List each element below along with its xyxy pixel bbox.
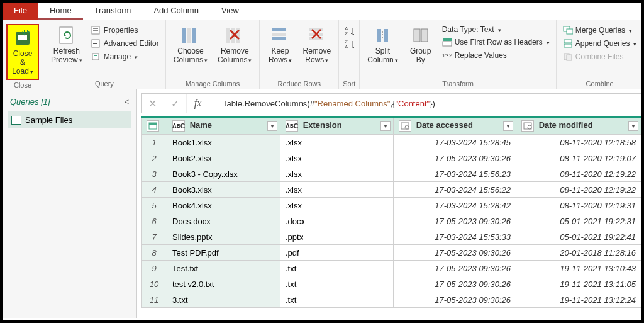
cell-modified[interactable]: 19-11-2021 13:12:24 [516,292,641,308]
choose-columns-button[interactable]: Choose Columns [170,24,211,66]
sort-asc-button[interactable]: AZ [343,25,355,38]
cell-name[interactable]: Book3 - Copy.xlsx [167,166,280,182]
cell-accessed[interactable]: 17-05-2023 09:30:26 [394,213,516,229]
filter-icon[interactable]: ▾ [503,121,513,131]
tab-view[interactable]: View [210,3,250,20]
table-row[interactable]: 9Test.txt.txt17-05-2023 09:30:2619-11-20… [142,261,641,276]
cell-extension[interactable]: .txt [280,261,394,276]
table-row[interactable]: 1Book1.xlsx.xlsx17-03-2024 15:28:4508-11… [142,135,641,150]
cell-modified[interactable]: 08-11-2020 12:19:22 [516,166,641,182]
cell-name[interactable]: 3.txt [167,292,280,308]
table-row[interactable]: 7Slides.pptx.pptx17-03-2024 15:53:3305-0… [142,229,641,245]
table-row[interactable]: 8Test PDF.pdf.pdf17-05-2023 09:30:2620-0… [142,245,641,261]
cell-modified[interactable]: 08-11-2020 12:19:22 [516,182,641,198]
formula-confirm-button[interactable]: ✓ [164,94,187,113]
cell-extension[interactable]: .txt [280,276,394,292]
table-row[interactable]: 4Book3.xlsx.xlsx17-03-2024 15:56:2208-11… [142,182,641,198]
column-header-extension[interactable]: ABC Extension ▾ [280,117,394,135]
formula-cancel-button[interactable]: ✕ [142,94,164,113]
cell-extension[interactable]: .xlsx [280,182,394,198]
cell-modified[interactable]: 20-01-2018 11:28:16 [516,245,641,261]
cell-name[interactable]: Slides.pptx [167,229,280,245]
cell-name[interactable]: Test PDF.pdf [167,245,280,261]
cell-accessed[interactable]: 17-05-2023 09:30:26 [394,276,516,292]
tab-file[interactable]: File [3,3,38,20]
keep-rows-button[interactable]: Keep Rows [264,24,296,66]
properties-button[interactable]: Properties [89,24,162,37]
merge-queries-button[interactable]: Merge Queries [560,24,640,37]
sort-asc-icon: AZ [344,26,354,37]
table-row[interactable]: 3Book3 - Copy.xlsx.xlsx17-03-2024 15:56:… [142,166,641,182]
svg-rect-17 [272,28,286,31]
filter-icon[interactable]: ▾ [267,121,277,131]
column-header-name[interactable]: ABC Name ▾ [167,117,280,135]
cell-accessed[interactable]: 17-03-2024 15:53:33 [394,229,516,245]
table-corner[interactable] [142,117,167,135]
cell-accessed[interactable]: 17-03-2024 15:28:45 [394,135,516,150]
cell-name[interactable]: Book2.xlsx [167,150,280,166]
cell-extension[interactable]: .xlsx [280,150,394,166]
cell-extension[interactable]: .xlsx [280,135,394,150]
table-row[interactable]: 113.txt.txt17-05-2023 09:30:2619-11-2021… [142,292,641,308]
cell-extension[interactable]: .pptx [280,229,394,245]
table-row[interactable]: 10test v2.0.txt.txt17-05-2023 09:30:2619… [142,276,641,292]
cell-name[interactable]: Test.txt [167,261,280,276]
cell-accessed[interactable]: 17-05-2023 09:30:26 [394,261,516,276]
cell-name[interactable]: test v2.0.txt [167,276,280,292]
filter-icon[interactable]: ▾ [380,121,391,131]
first-row-headers-button[interactable]: Use First Row as Headers [440,36,552,48]
manage-button[interactable]: Manage [89,50,162,63]
cell-modified[interactable]: 08-11-2020 12:19:31 [516,198,641,213]
close-and-load-button[interactable]: Close & Load [6,24,39,80]
collapse-icon[interactable]: < [124,97,129,106]
ribbon: Close & Load Close Refresh Preview Prope… [3,20,641,89]
cell-modified[interactable]: 19-11-2021 13:11:05 [516,276,641,292]
fx-icon[interactable]: fx [187,94,209,113]
cell-extension[interactable]: .xlsx [280,198,394,213]
content-area: ✕ ✓ fx = Table.RemoveColumns(#"Renamed C… [137,89,641,318]
formula-input[interactable]: = Table.RemoveColumns(#"Renamed Columns"… [209,99,441,108]
sort-desc-button[interactable]: ZA [343,38,355,51]
remove-rows-button[interactable]: Remove Rows [299,24,335,66]
cell-accessed[interactable]: 17-03-2024 15:28:42 [394,198,516,213]
cell-accessed[interactable]: 17-05-2023 09:30:26 [394,150,516,166]
refresh-preview-button[interactable]: Refresh Preview [47,24,86,66]
cell-name[interactable]: Book4.xlsx [167,198,280,213]
cell-extension[interactable]: .txt [280,292,394,308]
cell-modified[interactable]: 08-11-2020 12:18:58 [516,135,641,150]
cell-name[interactable]: Book3.xlsx [167,182,280,198]
cell-accessed[interactable]: 17-03-2024 15:56:23 [394,166,516,182]
cell-modified[interactable]: 19-11-2021 13:10:43 [516,261,641,276]
table-row[interactable]: 6Docs.docx.docx17-05-2023 09:30:2605-01-… [142,213,641,229]
cell-name[interactable]: Docs.docx [167,213,280,229]
data-type-button[interactable]: Data Type: Text [440,24,552,35]
append-queries-button[interactable]: Append Queries [560,37,640,50]
cell-accessed[interactable]: 17-05-2023 09:30:26 [394,292,516,308]
cell-modified[interactable]: 05-01-2021 19:22:41 [516,229,641,245]
tab-add-column[interactable]: Add Column [142,3,210,20]
table-row[interactable]: 5Book4.xlsx.xlsx17-03-2024 15:28:4208-11… [142,198,641,213]
table-row[interactable]: 2Book2.xlsx.xlsx17-05-2023 09:30:2608-11… [142,150,641,166]
query-item-sample-files[interactable]: Sample Files [8,111,131,128]
cell-extension[interactable]: .docx [280,213,394,229]
tab-home[interactable]: Home [38,3,83,20]
column-header-accessed[interactable]: Date accessed ▾ [394,117,516,135]
replace-values-button[interactable]: 12 Replace Values [440,49,552,62]
cell-extension[interactable]: .pdf [280,245,394,261]
cell-name[interactable]: Book1.xlsx [167,135,280,150]
group-by-button[interactable]: Group By [404,24,437,65]
formula-bar: ✕ ✓ fx = Table.RemoveColumns(#"Renamed C… [141,93,641,113]
split-column-button[interactable]: Split Column [364,24,401,66]
filter-icon[interactable]: ▾ [628,121,638,131]
tab-transform[interactable]: Transform [83,3,143,20]
combine-files-button[interactable]: Combine Files [560,50,640,63]
cell-accessed[interactable]: 17-03-2024 15:56:22 [394,182,516,198]
advanced-editor-button[interactable]: Advanced Editor [89,37,162,50]
column-header-modified[interactable]: Date modified ▾ [516,117,641,135]
cell-extension[interactable]: .xlsx [280,166,394,182]
cell-modified[interactable]: 08-11-2020 12:19:07 [516,150,641,166]
cell-accessed[interactable]: 17-05-2023 09:30:26 [394,245,516,261]
queries-header[interactable]: Queries [1] < [8,94,131,109]
remove-columns-button[interactable]: Remove Columns [214,24,255,66]
cell-modified[interactable]: 05-01-2021 19:22:31 [516,213,641,229]
